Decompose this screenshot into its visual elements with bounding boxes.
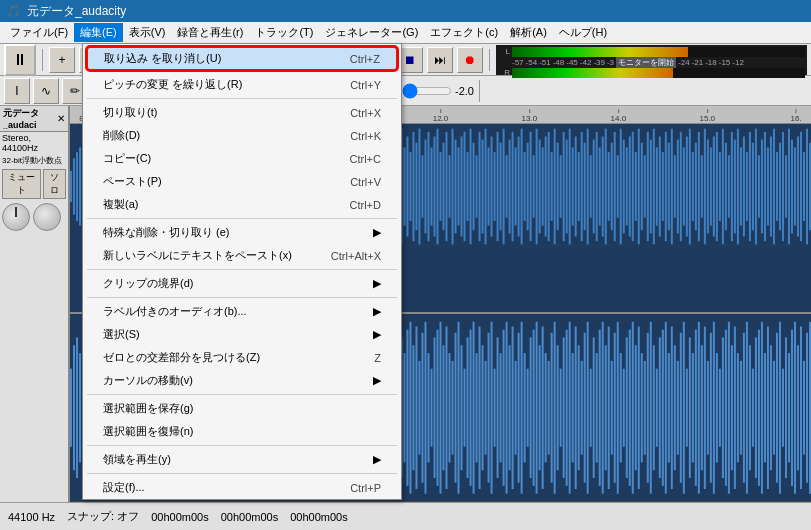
menu-item-save-selection[interactable]: 選択範囲を保存(g) [83, 397, 401, 420]
menu-item-settings[interactable]: 設定(f)... Ctrl+P [83, 476, 401, 499]
menu-item-undo[interactable]: 取り込み を取り消し(U) Ctrl+Z [86, 46, 398, 71]
special-cut-arrow: ▶ [373, 226, 381, 239]
clip-boundary-arrow: ▶ [373, 277, 381, 290]
menu-item-play-region[interactable]: 領域を再生(y) ▶ [83, 448, 401, 471]
duplicate-shortcut: Ctrl+D [350, 199, 381, 211]
separator-5 [87, 394, 397, 395]
separator-4 [87, 297, 397, 298]
paste-label-text: 新しいラベルにテキストをペースト(x) [103, 248, 292, 263]
menu-item-redo[interactable]: ピッチの変更 を繰り返し(R) Ctrl+Y [83, 73, 401, 96]
undo-label: 取り込み を取り消し(U) [104, 51, 221, 66]
copy-shortcut: Ctrl+C [350, 153, 381, 165]
select-arrow: ▶ [373, 328, 381, 341]
labeled-audio-arrow: ▶ [373, 305, 381, 318]
menu-item-duplicate[interactable]: 複製(a) Ctrl+D [83, 193, 401, 216]
labeled-audio-label: ラベル付きのオーディオ(b)... [103, 304, 247, 319]
menu-item-paste[interactable]: ペースト(P) Ctrl+V [83, 170, 401, 193]
save-selection-label: 選択範囲を保存(g) [103, 401, 193, 416]
settings-shortcut: Ctrl+P [350, 482, 381, 494]
settings-label: 設定(f)... [103, 480, 145, 495]
menu-item-delete[interactable]: 削除(D) Ctrl+K [83, 124, 401, 147]
restore-selection-label: 選択範囲を復帰(n) [103, 424, 193, 439]
menu-item-labeled-audio[interactable]: ラベル付きのオーディオ(b)... ▶ [83, 300, 401, 323]
delete-shortcut: Ctrl+K [350, 130, 381, 142]
play-region-arrow: ▶ [373, 453, 381, 466]
menu-item-cursor-move[interactable]: カーソルの移動(v) ▶ [83, 369, 401, 392]
menu-overlay: 取り込み を取り消し(U) Ctrl+Z ピッチの変更 を繰り返し(R) Ctr… [0, 0, 811, 530]
paste-label: ペースト(P) [103, 174, 162, 189]
paste-shortcut: Ctrl+V [350, 176, 381, 188]
separator-2 [87, 218, 397, 219]
paste-label-shortcut: Ctrl+Alt+X [331, 250, 381, 262]
menu-item-cut[interactable]: 切り取り(t) Ctrl+X [83, 101, 401, 124]
menu-item-special-cut[interactable]: 特殊な削除・切り取り (e) ▶ [83, 221, 401, 244]
separator-6 [87, 445, 397, 446]
menu-item-restore-selection[interactable]: 選択範囲を復帰(n) [83, 420, 401, 443]
menu-item-clip-boundary[interactable]: クリップの境界(d) ▶ [83, 272, 401, 295]
menu-item-zero-cross[interactable]: ゼロとの交差部分を見つける(Z) Z [83, 346, 401, 369]
delete-label: 削除(D) [103, 128, 140, 143]
select-label: 選択(S) [103, 327, 140, 342]
cursor-move-label: カーソルの移動(v) [103, 373, 193, 388]
play-region-label: 領域を再生(y) [103, 452, 171, 467]
zero-cross-shortcut: Z [374, 352, 381, 364]
clip-boundary-label: クリップの境界(d) [103, 276, 193, 291]
separator-7 [87, 473, 397, 474]
zero-cross-label: ゼロとの交差部分を見つける(Z) [103, 350, 260, 365]
copy-label: コピー(C) [103, 151, 151, 166]
undo-shortcut: Ctrl+Z [350, 53, 380, 65]
menu-item-paste-label[interactable]: 新しいラベルにテキストをペースト(x) Ctrl+Alt+X [83, 244, 401, 267]
duplicate-label: 複製(a) [103, 197, 138, 212]
cut-label: 切り取り(t) [103, 105, 157, 120]
edit-menu-dropdown: 取り込み を取り消し(U) Ctrl+Z ピッチの変更 を繰り返し(R) Ctr… [82, 43, 402, 500]
cursor-move-arrow: ▶ [373, 374, 381, 387]
menu-item-select[interactable]: 選択(S) ▶ [83, 323, 401, 346]
separator-1 [87, 98, 397, 99]
redo-shortcut: Ctrl+Y [350, 79, 381, 91]
cut-shortcut: Ctrl+X [350, 107, 381, 119]
separator-3 [87, 269, 397, 270]
menu-item-copy[interactable]: コピー(C) Ctrl+C [83, 147, 401, 170]
redo-label: ピッチの変更 を繰り返し(R) [103, 77, 242, 92]
special-cut-label: 特殊な削除・切り取り (e) [103, 225, 230, 240]
